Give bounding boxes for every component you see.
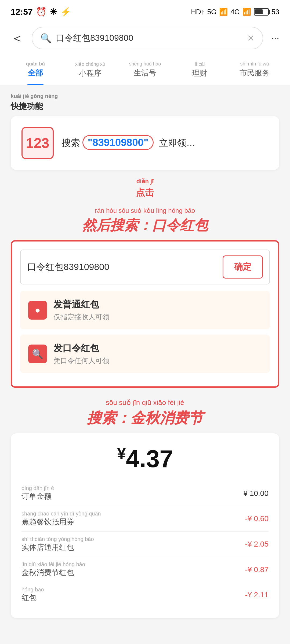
receipt-label-0: 订单金额 xyxy=(21,492,52,500)
dialog-input-text: 口令红包839109800 xyxy=(27,261,217,273)
instruction1-text: 然后搜索：口令红包 xyxy=(82,217,208,233)
status-bar: 12:57 ⏰ ✳ ⚡ HD↑ 5G 📶 4G 📶 53 xyxy=(0,0,290,21)
receipt-yuan: ¥ xyxy=(117,444,126,462)
option-password-icon-label: 🔍 xyxy=(32,349,43,359)
status-right: HD↑ 5G 📶 4G 📶 53 xyxy=(191,8,279,16)
tab-lifehao-label: 生活号 xyxy=(134,69,156,77)
receipt-pinyin-0: dìng dān jīn é xyxy=(21,485,54,491)
receipt-row-1: shāng chāo cān yǐn dǐ yòng quàn 蕉趋餐饮抵用券 … xyxy=(21,506,269,532)
receipt-pinyin-1: shāng chāo cān yǐn dǐ yòng quàn xyxy=(21,510,101,517)
tab-finance-pinyin: lǐ cái xyxy=(175,61,224,67)
search-bar: ＜ 🔍 口令红包839109800 ✕ ··· xyxy=(0,21,290,55)
receipt-label-3: 金秋消费节红包 xyxy=(21,568,74,577)
receipt-label-wrap-4: hóng bāo 红包 xyxy=(21,587,44,603)
search-query-text: 口令红包839109800 xyxy=(56,32,243,44)
receipt-amount: ¥4.37 xyxy=(21,444,269,473)
option-password-text: 发口令红包 凭口令任何人可领 xyxy=(53,342,109,365)
receipt-label-wrap-0: dìng dān jīn é 订单金额 xyxy=(21,485,54,502)
bluetooth-icon: ⚡ xyxy=(60,7,71,17)
receipt-card: ¥4.37 dìng dān jīn é 订单金额 ¥ 10.00 shāng … xyxy=(11,433,279,618)
more-button[interactable]: ··· xyxy=(271,32,279,44)
option-password-subtitle: 凭口令任何人可领 xyxy=(53,356,109,365)
quick-feature-pinyin: kuài jié gōng néng xyxy=(11,93,279,99)
receipt-label-1: 蕉趋餐饮抵用券 xyxy=(21,518,74,526)
feature-instant-label: 立即领… xyxy=(159,138,195,148)
5g-label: 5G xyxy=(207,8,217,16)
receipt-row-3: jīn qiū xiāo fèi jié hóng bāo 金秋消费节红包 -¥… xyxy=(21,557,269,582)
back-button[interactable]: ＜ xyxy=(11,30,24,47)
tab-miniapp-pinyin: xiǎo chéng xù xyxy=(66,61,115,67)
dialog-confirm-button[interactable]: 确定 xyxy=(223,255,263,279)
receipt-label-4: 红包 xyxy=(21,594,37,602)
receipt-label-2: 实体店通用红包 xyxy=(21,543,74,551)
tab-all-pinyin: quán bù xyxy=(11,61,60,67)
instruction2-block: sōu suǒ jīn qiū xiāo fèi jié 搜索：金秋消费节 xyxy=(11,398,279,428)
search-input-wrap[interactable]: 🔍 口令红包839109800 ✕ xyxy=(32,27,263,49)
receipt-value-4: -¥ 2.11 xyxy=(245,591,269,599)
battery-fill xyxy=(255,9,263,14)
instruction1-block: rán hòu sōu suǒ kǒu lìng hóng bāo 然后搜索：口… xyxy=(11,207,279,235)
status-time: 12:57 ⏰ ✳ ⚡ xyxy=(11,7,71,17)
receipt-label-wrap-2: shí tǐ diàn tōng yòng hóng bāo 实体店通用红包 xyxy=(21,536,94,552)
receipt-value-0: ¥ 10.00 xyxy=(244,489,269,498)
dialog-option-normal[interactable]: ● 发普通红包 仅指定接收人可领 xyxy=(20,291,270,329)
instruction2-pinyin: sōu suǒ jīn qiū xiāo fèi jié xyxy=(11,398,279,407)
click-hint: diǎn jī 点击 xyxy=(11,178,279,199)
search-clear-button[interactable]: ✕ xyxy=(247,33,255,43)
red-packet-dialog: 口令红包839109800 确定 ● 发普通红包 仅指定接收人可领 🔍 发口令红… xyxy=(11,240,279,388)
receipt-amount-value: 4.37 xyxy=(126,445,173,472)
tab-all[interactable]: quán bù 全部 xyxy=(8,55,63,85)
receipt-row-2: shí tǐ diàn tōng yòng hóng bāo 实体店通用红包 -… xyxy=(21,532,269,557)
feature-icon: 123 xyxy=(21,127,54,159)
clock-icon: ⏰ xyxy=(36,7,47,17)
feature-card[interactable]: 123 搜索 "839109800" 立即领… xyxy=(11,116,279,170)
option-normal-icon-label: ● xyxy=(35,305,41,315)
instruction1-pinyin: rán hòu sōu suǒ kǒu lìng hóng bāo xyxy=(11,207,279,214)
hd-label: HD↑ xyxy=(191,8,205,16)
battery-percent: 53 xyxy=(271,8,279,16)
battery-icon xyxy=(254,8,269,16)
dialog-input-row: 口令红包839109800 确定 xyxy=(20,250,270,284)
tab-finance-label: 理财 xyxy=(192,69,207,77)
feature-number-circle: "839109800" xyxy=(82,135,153,150)
4g-label: 4G xyxy=(230,8,240,16)
tab-all-label: 全部 xyxy=(28,69,43,77)
tab-citizen-pinyin: shì mín fú wù xyxy=(230,61,279,67)
tab-miniapp[interactable]: xiǎo chéng xù 小程序 xyxy=(63,55,118,85)
tab-finance[interactable]: lǐ cái 理财 xyxy=(172,55,227,85)
search-icon: 🔍 xyxy=(40,33,52,43)
click-hint-label: 点击 xyxy=(136,187,154,197)
dialog-option-password[interactable]: 🔍 发口令红包 凭口令任何人可领 xyxy=(20,335,270,373)
receipt-label-wrap-3: jīn qiū xiāo fèi jié hóng bāo 金秋消费节红包 xyxy=(21,561,85,578)
receipt-pinyin-4: hóng bāo xyxy=(21,587,44,593)
tab-bar: quán bù 全部 xiǎo chéng xù 小程序 shēng huó h… xyxy=(0,55,290,85)
tab-lifehao[interactable]: shēng huó hào 生活号 xyxy=(118,55,172,85)
receipt-value-3: -¥ 0.87 xyxy=(245,565,269,574)
signal2-icon: 📶 xyxy=(242,8,251,16)
receipt-label-wrap-1: shāng chāo cān yǐn dǐ yòng quàn 蕉趋餐饮抵用券 xyxy=(21,510,101,527)
tab-lifehao-pinyin: shēng huó hào xyxy=(120,61,170,67)
tab-miniapp-label: 小程序 xyxy=(79,69,102,77)
feature-description: 搜索 "839109800" 立即领… xyxy=(62,137,269,149)
option-password-title: 发口令红包 xyxy=(53,342,109,354)
option-normal-subtitle: 仅指定接收人可领 xyxy=(53,312,109,322)
instruction2-text: 搜索：金秋消费节 xyxy=(87,410,203,426)
receipt-pinyin-3: jīn qiū xiāo fèi jié hóng bāo xyxy=(21,561,85,568)
tab-citizen[interactable]: shì mín fú wù 市民服务 xyxy=(227,55,282,85)
settings-icon: ✳ xyxy=(50,7,57,17)
click-hint-pinyin: diǎn jī xyxy=(11,178,279,185)
signal-icon: 📶 xyxy=(219,8,228,16)
receipt-value-2: -¥ 2.05 xyxy=(245,540,269,548)
quick-feature-section: kuài jié gōng néng 快捷功能 xyxy=(0,85,290,116)
option-normal-text: 发普通红包 仅指定接收人可领 xyxy=(53,298,109,322)
receipt-row-4: hóng bāo 红包 -¥ 2.11 xyxy=(21,582,269,607)
option-password-icon: 🔍 xyxy=(28,345,47,363)
tab-citizen-label: 市民服务 xyxy=(240,69,270,77)
receipt-value-1: -¥ 0.60 xyxy=(245,514,269,523)
time-label: 12:57 xyxy=(11,7,33,17)
feature-icon-label: 123 xyxy=(26,135,49,151)
option-normal-title: 发普通红包 xyxy=(53,298,109,311)
feature-search-label: 搜索 xyxy=(62,138,82,148)
option-normal-icon: ● xyxy=(28,301,47,320)
receipt-pinyin-2: shí tǐ diàn tōng yòng hóng bāo xyxy=(21,536,94,542)
